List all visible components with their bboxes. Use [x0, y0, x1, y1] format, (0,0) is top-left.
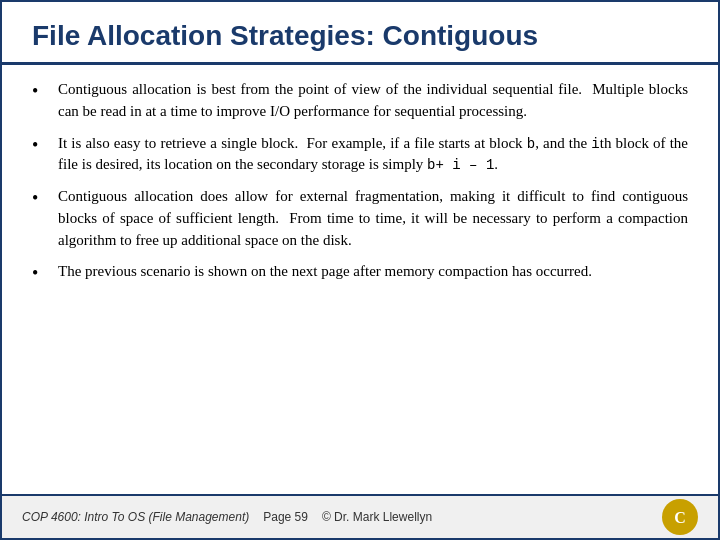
bullet-dot-4: • [32, 260, 52, 286]
code-b: b [527, 136, 535, 152]
bullet-text-1: Contiguous allocation is best from the p… [58, 79, 688, 123]
bullet-item-3: • Contiguous allocation does allow for e… [32, 186, 688, 251]
bullet-item-4: • The previous scenario is shown on the … [32, 261, 688, 286]
footer-content: COP 4600: Intro To OS (File Management) … [22, 510, 662, 524]
svg-text:C: C [674, 509, 686, 526]
bullet-dot-1: • [32, 78, 52, 104]
bullet-text-3: Contiguous allocation does allow for ext… [58, 186, 688, 251]
footer-logo: C [662, 499, 698, 535]
slide: File Allocation Strategies: Contiguous •… [0, 0, 720, 540]
bullet-dot-2: • [32, 132, 52, 158]
slide-footer: COP 4600: Intro To OS (File Management) … [2, 494, 718, 538]
footer-course: COP 4600: Intro To OS (File Management) [22, 510, 249, 524]
bullet-text-2: It is also easy to retrieve a single blo… [58, 133, 688, 177]
bullet-dot-3: • [32, 185, 52, 211]
code-ith: i [591, 136, 599, 152]
slide-body: • Contiguous allocation is best from the… [2, 65, 718, 494]
slide-header: File Allocation Strategies: Contiguous [2, 2, 718, 65]
code-formula: b+ i – 1 [427, 157, 494, 173]
footer-page: Page 59 [263, 510, 308, 524]
bullet-text-4: The previous scenario is shown on the ne… [58, 261, 688, 283]
bullet-item-2: • It is also easy to retrieve a single b… [32, 133, 688, 177]
slide-title: File Allocation Strategies: Contiguous [32, 20, 688, 52]
logo-icon: C [662, 499, 698, 535]
bullet-item-1: • Contiguous allocation is best from the… [32, 79, 688, 123]
footer-author: © Dr. Mark Llewellyn [322, 510, 432, 524]
